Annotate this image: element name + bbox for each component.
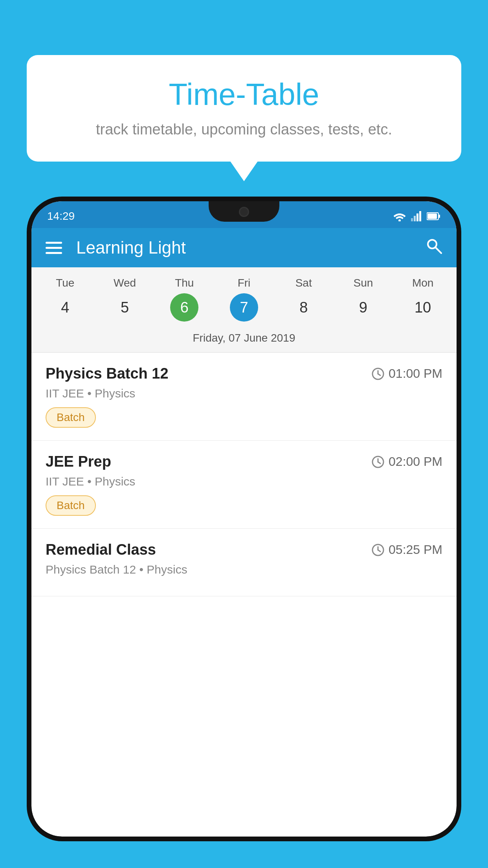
phone-screen: 14:29 — [31, 201, 457, 837]
svg-line-12 — [378, 374, 380, 375]
phone-container: 14:29 — [27, 197, 461, 868]
phone-camera — [239, 207, 249, 217]
svg-line-9 — [436, 248, 441, 253]
schedule-item-subtitle-1: IIT JEE • Physics — [46, 387, 442, 400]
date-item-9[interactable]: 9 — [334, 293, 393, 322]
svg-rect-3 — [416, 213, 418, 221]
schedule-item-header-1: Physics Batch 12 01:00 PM — [46, 365, 442, 382]
wifi-icon — [393, 211, 406, 221]
hamburger-line-1 — [46, 242, 62, 244]
schedule-item-remedial[interactable]: Remedial Class 05:25 PM Physics Batch 12… — [31, 529, 457, 596]
svg-rect-2 — [414, 216, 416, 221]
selected-date-label: Friday, 07 June 2019 — [31, 328, 457, 353]
volume-up-button — [27, 331, 31, 374]
phone-notch — [209, 201, 279, 222]
schedule-container: Physics Batch 12 01:00 PM IIT JEE • Phys… — [31, 353, 457, 596]
speech-bubble: Time-Table track timetable, upcoming cla… — [27, 55, 461, 162]
schedule-item-header-3: Remedial Class 05:25 PM — [46, 541, 442, 558]
date-circle-6-today: 6 — [170, 293, 198, 322]
power-button — [457, 335, 461, 366]
weekday-sun: Sun — [334, 277, 393, 289]
date-item-8[interactable]: 8 — [274, 293, 334, 322]
svg-rect-7 — [427, 213, 437, 219]
date-circle-7-selected: 7 — [230, 293, 258, 322]
date-circle-9: 9 — [349, 293, 377, 322]
schedule-item-physics-batch[interactable]: Physics Batch 12 01:00 PM IIT JEE • Phys… — [31, 353, 457, 441]
bubble-title: Time-Table — [50, 77, 438, 112]
date-item-7[interactable]: 7 — [214, 293, 274, 322]
weekdays-row: Tue Wed Thu Fri Sat Sun Mon — [31, 277, 457, 289]
weekday-thu: Thu — [154, 277, 214, 289]
search-button[interactable] — [425, 237, 442, 258]
status-time: 14:29 — [47, 210, 75, 223]
volume-silent-button — [27, 296, 31, 319]
date-item-5[interactable]: 5 — [95, 293, 155, 322]
svg-rect-1 — [411, 218, 413, 221]
svg-rect-4 — [419, 211, 421, 221]
svg-rect-6 — [438, 215, 440, 218]
signal-icon — [411, 211, 422, 221]
time-label-2: 02:00 PM — [389, 454, 442, 469]
date-circle-5: 5 — [111, 293, 139, 322]
hamburger-line-3 — [46, 252, 62, 254]
speech-bubble-container: Time-Table track timetable, upcoming cla… — [27, 55, 461, 162]
date-circle-10: 10 — [409, 293, 437, 322]
date-item-10[interactable]: 10 — [393, 293, 453, 322]
batch-badge-1: Batch — [46, 407, 96, 428]
status-icons — [393, 211, 441, 221]
bubble-subtitle: track timetable, upcoming classes, tests… — [50, 121, 438, 138]
weekday-wed: Wed — [95, 277, 155, 289]
schedule-item-time-1: 01:00 PM — [371, 366, 442, 381]
calendar-strip: Tue Wed Thu Fri Sat Sun Mon 4 5 — [31, 267, 457, 353]
clock-icon-2 — [371, 455, 385, 469]
weekday-tue: Tue — [35, 277, 95, 289]
time-label-1: 01:00 PM — [389, 366, 442, 381]
date-circle-4: 4 — [51, 293, 79, 322]
app-title: Learning Light — [76, 238, 425, 257]
schedule-item-title-1: Physics Batch 12 — [46, 365, 169, 382]
date-item-6[interactable]: 6 — [154, 293, 214, 322]
clock-icon-3 — [371, 543, 385, 557]
schedule-item-time-3: 05:25 PM — [371, 542, 442, 557]
time-label-3: 05:25 PM — [389, 542, 442, 557]
schedule-item-subtitle-3: Physics Batch 12 • Physics — [46, 563, 442, 576]
phone-frame: 14:29 — [27, 197, 461, 841]
hamburger-menu-icon[interactable] — [46, 242, 62, 254]
date-circle-8: 8 — [290, 293, 318, 322]
weekday-mon: Mon — [393, 277, 453, 289]
date-item-4[interactable]: 4 — [35, 293, 95, 322]
schedule-item-subtitle-2: IIT JEE • Physics — [46, 475, 442, 488]
schedule-item-title-2: JEE Prep — [46, 453, 111, 470]
schedule-item-jee-prep[interactable]: JEE Prep 02:00 PM IIT JEE • Physics Batc… — [31, 441, 457, 529]
battery-icon — [427, 212, 441, 221]
volume-down-button — [27, 382, 31, 425]
clock-icon-1 — [371, 367, 385, 381]
weekday-fri: Fri — [214, 277, 274, 289]
svg-point-0 — [398, 219, 401, 221]
schedule-item-header-2: JEE Prep 02:00 PM — [46, 453, 442, 470]
schedule-item-time-2: 02:00 PM — [371, 454, 442, 469]
weekday-sat: Sat — [274, 277, 334, 289]
batch-badge-2: Batch — [46, 495, 96, 516]
dates-row: 4 5 6 7 8 9 — [31, 293, 457, 322]
svg-line-18 — [378, 550, 380, 552]
svg-line-15 — [378, 462, 380, 463]
app-bar: Learning Light — [31, 228, 457, 267]
hamburger-line-2 — [46, 247, 62, 249]
schedule-item-title-3: Remedial Class — [46, 541, 156, 558]
